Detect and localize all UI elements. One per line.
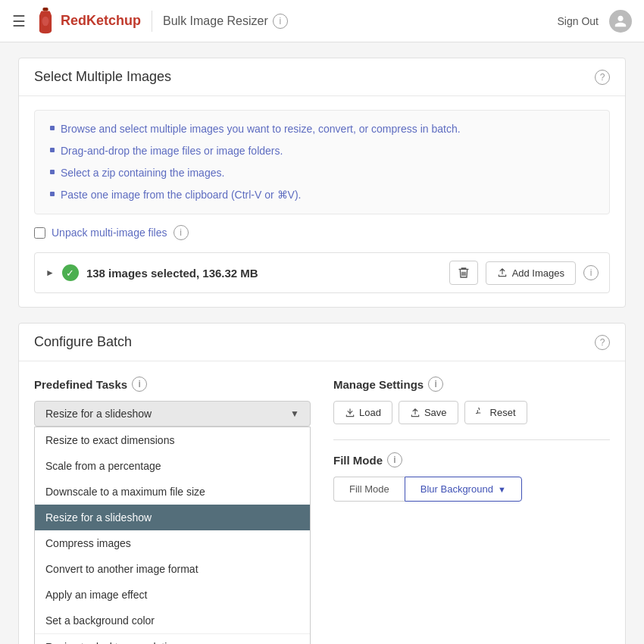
dropdown-arrow-icon: ▼ xyxy=(290,408,299,419)
task-item-downscale-file-size[interactable]: Downscale to a maximum file size xyxy=(35,479,310,505)
save-label: Save xyxy=(424,407,447,418)
select-images-info-icon[interactable]: ? xyxy=(595,70,610,85)
instructions-box: Browse and select multiple images you wa… xyxy=(34,110,610,214)
task-item-desktop-resolution[interactable]: Resize to desktop resolution xyxy=(35,633,310,644)
configure-batch-header: Configure Batch ? xyxy=(19,324,625,361)
add-images-info-icon[interactable]: i xyxy=(583,265,599,280)
unpack-row: Unpack multi-image files i xyxy=(34,225,610,240)
unpack-info-icon[interactable]: i xyxy=(174,225,189,240)
configure-batch-info-icon[interactable]: ? xyxy=(595,335,610,350)
select-images-title: Select Multiple Images xyxy=(34,69,171,85)
instruction-item: Select a zip containing the images. xyxy=(50,165,594,181)
logo[interactable]: RedKetchup xyxy=(35,8,141,35)
fill-mode-label: Fill Mode i xyxy=(333,452,610,467)
load-icon xyxy=(345,408,355,418)
svg-point-1 xyxy=(42,16,49,26)
app-title-info-icon[interactable]: i xyxy=(273,14,288,29)
configure-batch-body: Predefined Tasks i Resize for a slidesho… xyxy=(19,361,625,644)
images-summary: 138 images selected, 136.32 MB xyxy=(86,267,442,280)
select-images-body: Browse and select multiple images you wa… xyxy=(19,96,625,307)
reset-button[interactable]: Reset xyxy=(464,401,527,424)
settings-buttons-row: Load Save Reset xyxy=(333,401,610,424)
task-item-resize-exact[interactable]: Resize to exact dimensions xyxy=(35,427,310,453)
task-item-image-effect[interactable]: Apply an image effect xyxy=(35,582,310,608)
unpack-label[interactable]: Unpack multi-image files xyxy=(52,227,167,239)
task-item-scale-percentage[interactable]: Scale from a percentage xyxy=(35,453,310,479)
load-button[interactable]: Load xyxy=(333,401,392,424)
manage-settings-label: Manage Settings i xyxy=(333,377,610,392)
expand-arrow-icon[interactable]: ► xyxy=(45,267,55,278)
predefined-tasks-col: Predefined Tasks i Resize for a slidesho… xyxy=(34,377,311,644)
svg-rect-0 xyxy=(42,8,48,11)
task-item-slideshow[interactable]: Resize for a slideshow xyxy=(35,505,310,530)
delete-images-button[interactable] xyxy=(449,261,478,285)
reset-icon xyxy=(476,408,486,418)
bullet-icon xyxy=(50,126,55,130)
logo-bottle-icon xyxy=(35,8,56,35)
bullet-icon xyxy=(50,170,55,174)
header-divider xyxy=(152,11,152,32)
configure-batch-title: Configure Batch xyxy=(34,334,132,350)
manage-settings-col: Manage Settings i Load Save Reset xyxy=(333,377,610,644)
instruction-item: Paste one image from the clipboard (Ctrl… xyxy=(50,187,594,203)
instruction-text: Browse and select multiple images you wa… xyxy=(61,121,461,137)
blur-background-button[interactable]: Blur Background ▼ xyxy=(405,477,522,502)
images-bar: ► ✓ 138 images selected, 136.32 MB Add I… xyxy=(34,252,610,293)
app-title: Bulk Image Resizer i xyxy=(163,14,288,29)
instruction-text: Paste one image from the clipboard (Ctrl… xyxy=(61,187,301,203)
trash-icon xyxy=(458,266,470,280)
fill-mode-info-icon[interactable]: i xyxy=(387,452,402,467)
instruction-item: Drag-and-drop the image files or image f… xyxy=(50,143,594,159)
bullet-icon xyxy=(50,148,55,152)
instruction-text: Drag-and-drop the image files or image f… xyxy=(61,143,283,159)
bullet-icon xyxy=(50,192,55,196)
logo-text: RedKetchup xyxy=(61,13,141,29)
fill-mode-row: Fill Mode Blur Background ▼ xyxy=(333,477,610,502)
signout-link[interactable]: Sign Out xyxy=(558,15,599,27)
upload-icon xyxy=(497,267,508,278)
section-divider xyxy=(333,439,610,440)
select-images-header: Select Multiple Images ? xyxy=(19,58,625,96)
avatar[interactable] xyxy=(609,10,632,33)
save-icon xyxy=(410,408,420,418)
menu-icon[interactable]: ☰ xyxy=(12,12,26,30)
configure-batch-card: Configure Batch ? Predefined Tasks i Res… xyxy=(18,323,626,644)
predefined-tasks-dropdown-button[interactable]: Resize for a slideshow ▼ xyxy=(34,401,311,427)
manage-settings-info-icon[interactable]: i xyxy=(428,377,443,392)
task-item-background-color[interactable]: Set a background color xyxy=(35,608,310,633)
predefined-tasks-info-icon[interactable]: i xyxy=(132,377,147,392)
load-label: Load xyxy=(359,407,381,418)
selected-task-label: Resize for a slideshow xyxy=(45,408,152,420)
instruction-item: Browse and select multiple images you wa… xyxy=(50,121,594,137)
add-images-button[interactable]: Add Images xyxy=(486,261,576,285)
unpack-checkbox[interactable] xyxy=(34,227,45,239)
reset-label: Reset xyxy=(490,407,516,418)
header: ☰ RedKetchup Bulk Image Resizer i Sign O… xyxy=(0,0,644,42)
instruction-text: Select a zip containing the images. xyxy=(61,165,224,181)
save-button[interactable]: Save xyxy=(399,401,458,424)
task-item-convert-format[interactable]: Convert to another image format xyxy=(35,556,310,582)
add-images-label: Add Images xyxy=(512,267,564,279)
predefined-tasks-dropdown-menu: Resize to exact dimensions Scale from a … xyxy=(34,427,311,644)
predefined-tasks-label: Predefined Tasks i xyxy=(34,377,311,392)
fill-mode-button[interactable]: Fill Mode xyxy=(333,477,405,502)
task-item-compress[interactable]: Compress images xyxy=(35,530,310,556)
main-content: Select Multiple Images ? Browse and sele… xyxy=(0,42,644,644)
blur-dropdown-arrow-icon: ▼ xyxy=(498,485,506,494)
check-icon: ✓ xyxy=(62,264,79,281)
select-images-card: Select Multiple Images ? Browse and sele… xyxy=(18,58,626,308)
instructions-list: Browse and select multiple images you wa… xyxy=(50,121,594,203)
